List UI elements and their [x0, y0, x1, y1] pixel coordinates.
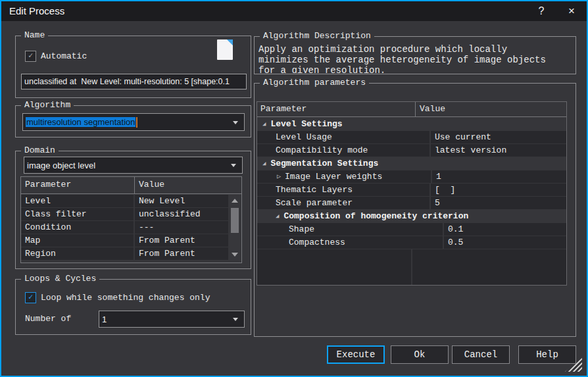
value-cell: unclassified — [135, 208, 228, 220]
domain-group-label: Domain — [21, 145, 59, 155]
domain-selected-value: image object level — [27, 157, 95, 173]
parameter-cell: Level — [21, 195, 134, 207]
category-label: Segmentation Settings — [270, 159, 378, 168]
table-empty-area — [257, 249, 566, 285]
tree-expanded-icon[interactable]: ◢ — [276, 213, 279, 220]
execute-button[interactable]: Execute — [327, 345, 385, 364]
scrollbar-thumb[interactable] — [231, 208, 239, 233]
edit-process-dialog: Edit Process ? × Name ✓ Automatic unclas… — [0, 0, 588, 377]
scroll-up-icon[interactable] — [232, 199, 238, 203]
table-row[interactable]: Condition--- — [21, 221, 228, 234]
parameter-cell: Region — [21, 247, 134, 260]
param-row[interactable]: Thematic Layers[ ] — [257, 184, 566, 196]
params-table-body: ◢Level SettingsLevel UsageUse currentCom… — [257, 117, 566, 285]
number-of-label: Number of — [25, 314, 71, 324]
column-header-value: Value — [416, 102, 566, 116]
param-row[interactable]: Compactness0.5 — [257, 236, 566, 249]
parameter-cell: Compactness — [257, 236, 443, 249]
chevron-down-icon[interactable] — [231, 164, 236, 167]
parameters-group-label: Algorithm parameters — [260, 78, 369, 88]
process-name-field[interactable]: unclassified at New Level: multi-resolut… — [21, 74, 247, 89]
parameters-table-header: Parameter Value — [257, 102, 566, 117]
parameter-cell: Thematic Layers — [257, 184, 429, 196]
domain-select[interactable]: image object level — [24, 157, 243, 174]
algorithm-group-label: Algorithm — [21, 100, 74, 110]
table-row[interactable]: MapFrom Parent — [21, 234, 228, 247]
category-label: Composition of homogeneity criterion — [283, 211, 468, 221]
param-row[interactable]: Shape0.1 — [257, 223, 566, 236]
chevron-down-icon[interactable] — [233, 318, 238, 321]
automatic-checkbox-label: Automatic — [41, 51, 87, 61]
title-bar[interactable]: Edit Process ? × — [1, 1, 587, 21]
loops-group-label: Loops & Cycles — [21, 274, 99, 284]
empty-cell — [257, 249, 411, 285]
tree-collapsed-icon[interactable]: ▷ — [277, 170, 281, 183]
column-header-parameter: Parameter — [257, 102, 416, 116]
param-category-row[interactable]: ◢Segmentation Settings — [257, 157, 566, 170]
text-caret — [136, 117, 137, 128]
param-row[interactable]: ▷Image Layer weights1 — [257, 170, 566, 183]
value-cell: From Parent — [135, 247, 228, 260]
automatic-checkbox[interactable]: ✓ — [25, 51, 36, 62]
loop-while-checkbox-label: Loop while something changes only — [41, 293, 210, 303]
number-of-value: 1 — [102, 311, 107, 327]
domain-parameter-table: Parameter Value LevelNew LevelClass filt… — [20, 176, 242, 263]
param-row[interactable]: Level UsageUse current — [257, 131, 566, 143]
domain-table-body: LevelNew LevelClass filterunclassifiedCo… — [21, 194, 228, 263]
param-row[interactable]: Scale parameter5 — [257, 197, 566, 209]
table-row[interactable]: LevelNew Level — [21, 195, 228, 207]
value-cell[interactable]: Use current — [431, 131, 566, 143]
parameter-cell: Shape — [257, 223, 443, 236]
tree-expanded-icon[interactable]: ◢ — [262, 160, 266, 167]
value-cell[interactable]: 0.5 — [444, 236, 566, 249]
ok-button[interactable]: Ok — [391, 345, 449, 364]
value-cell: From Parent — [135, 234, 228, 247]
name-group: Name ✓ Automatic unclassified at New Lev… — [15, 36, 251, 98]
column-header-value: Value — [135, 177, 241, 193]
algorithm-description-text: Apply an optimization procedure which lo… — [258, 44, 556, 73]
tree-expanded-icon[interactable]: ◢ — [262, 120, 266, 128]
parameter-cell: Condition — [21, 221, 134, 234]
parameters-table: Parameter Value ◢Level SettingsLevel Usa… — [257, 101, 567, 286]
vertical-scrollbar[interactable] — [230, 195, 239, 260]
chevron-down-icon[interactable] — [233, 121, 238, 124]
table-row[interactable]: Class filterunclassified — [21, 208, 228, 220]
number-of-select[interactable]: 1 — [99, 311, 245, 328]
param-row[interactable]: Compatibility modelatest version — [257, 144, 566, 157]
domain-table-header: Parameter Value — [21, 177, 241, 194]
parameter-cell: Compatibility mode — [257, 144, 429, 157]
param-category-row[interactable]: ◢Composition of homogeneity criterion — [257, 210, 566, 222]
help-button[interactable]: Help — [518, 345, 576, 364]
value-cell[interactable]: 5 — [431, 197, 566, 209]
loop-while-checkbox[interactable]: ✓ — [25, 292, 36, 303]
scroll-down-icon[interactable] — [232, 253, 238, 257]
param-category-row[interactable]: ◢Level Settings — [257, 118, 566, 130]
value-cell[interactable]: latest version — [431, 144, 566, 157]
algorithm-selected-value: multiresolution segmentation — [26, 117, 135, 127]
dialog-title: Edit Process — [9, 1, 64, 21]
domain-group: Domain image object level Parameter Valu… — [15, 151, 251, 269]
name-group-label: Name — [21, 30, 48, 40]
new-document-icon[interactable] — [217, 39, 233, 60]
value-cell[interactable]: 0.1 — [444, 223, 566, 236]
algorithm-parameters-group: Algorithm parameters Parameter Value ◢Le… — [254, 83, 576, 337]
empty-cell — [412, 249, 566, 285]
value-cell: New Level — [135, 195, 228, 207]
parameter-cell: ▷Image Layer weights — [257, 170, 431, 183]
loops-cycles-group: Loops & Cycles ✓ Loop while something ch… — [15, 279, 251, 335]
help-icon[interactable]: ? — [533, 1, 550, 21]
table-row[interactable]: RegionFrom Parent — [21, 247, 228, 260]
description-group-label: Algorithm Description — [260, 31, 374, 41]
algorithm-description-group: Algorithm Description Apply an optimizat… — [254, 36, 576, 74]
value-cell[interactable]: 1 — [432, 170, 566, 183]
cancel-button[interactable]: Cancel — [452, 345, 510, 364]
column-header-parameter: Parameter — [21, 177, 135, 193]
parameter-cell: Class filter — [21, 208, 134, 220]
parameter-cell: Scale parameter — [257, 197, 429, 209]
algorithm-select[interactable]: multiresolution segmentation — [22, 113, 245, 131]
category-label: Level Settings — [270, 119, 342, 129]
value-cell[interactable]: [ ] — [431, 184, 566, 196]
close-icon[interactable]: × — [562, 1, 581, 21]
value-cell: --- — [135, 221, 228, 234]
parameter-cell: Map — [21, 234, 134, 247]
